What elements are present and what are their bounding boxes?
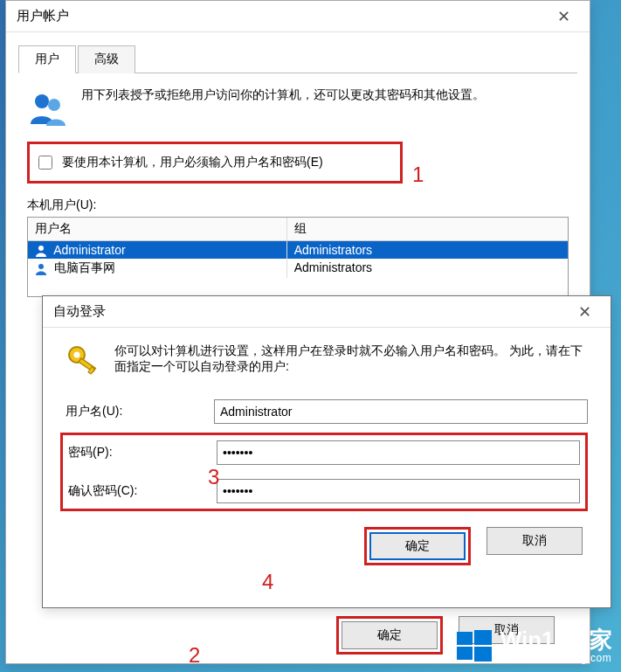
password-label: 密码(P):	[68, 445, 217, 461]
tab-advanced[interactable]: 高级	[78, 45, 135, 73]
close-icon[interactable]: ✕	[544, 3, 583, 30]
tab-panel-users: 用下列表授予或拒绝用户访问你的计算机，还可以更改其密码和其他设置。 要使用本计算…	[6, 73, 590, 311]
svg-rect-11	[474, 647, 492, 662]
tab-users[interactable]: 用户	[18, 45, 76, 73]
ok-button[interactable]: 确定	[342, 621, 438, 649]
key-icon	[66, 343, 102, 380]
confirm-password-input[interactable]	[217, 479, 580, 503]
svg-point-2	[38, 246, 44, 251]
auto-login-dialog: 自动登录 ✕ 你可以对计算机进行设置，这样用户在登录时就不必输入用户名和密码。 …	[42, 295, 611, 608]
close-icon[interactable]: ✕	[565, 299, 604, 325]
auto-button-row: 确定 取消	[66, 527, 588, 565]
user-list-label: 本机用户(U):	[27, 197, 569, 213]
cancel-button[interactable]: 取消	[486, 527, 583, 555]
svg-rect-8	[457, 632, 473, 645]
confirm-password-label: 确认密码(C):	[68, 483, 217, 499]
titlebar[interactable]: 自动登录 ✕	[43, 296, 611, 328]
auto-login-body: 你可以对计算机进行设置，这样用户在登录时就不必输入用户名和密码。 为此，请在下面…	[43, 328, 611, 581]
table-row[interactable]: Administrator Administrators	[28, 241, 568, 259]
ok-button[interactable]: 确定	[369, 532, 466, 560]
user-icon	[35, 263, 47, 275]
table-row[interactable]: 电脑百事网 Administrators	[28, 259, 568, 278]
svg-rect-10	[457, 647, 473, 660]
annotation-3: 3	[208, 465, 219, 489]
titlebar[interactable]: 用户帐户 ✕	[6, 1, 590, 32]
username-label: 用户名(U):	[66, 404, 214, 419]
dialog-title: 自动登录	[53, 303, 106, 320]
dialog-title: 用户帐户	[17, 8, 69, 24]
watermark-url: www.win10xitong.com	[500, 653, 612, 664]
col-header-name[interactable]: 用户名	[28, 218, 287, 240]
svg-rect-9	[474, 630, 492, 645]
annotation-1: 1	[412, 163, 424, 187]
user-list[interactable]: 用户名 组 Administrator Administrators 电脑百事网…	[27, 217, 569, 297]
watermark: Win10之家 www.win10xitong.com	[455, 627, 612, 665]
svg-point-0	[35, 94, 49, 108]
password-input[interactable]	[217, 440, 580, 465]
password-block: 密码(P): 确认密码(C):	[60, 433, 588, 511]
intro-text: 用下列表授予或拒绝用户访问你的计算机，还可以更改其密码和其他设置。	[81, 87, 485, 129]
cell-group: Administrators	[287, 241, 568, 259]
cell-name: 电脑百事网	[54, 260, 115, 274]
user-list-header[interactable]: 用户名 组	[28, 218, 568, 241]
auto-intro-text: 你可以对计算机进行设置，这样用户在登录时就不必输入用户名和密码。 为此，请在下面…	[114, 343, 588, 380]
require-login-checkbox[interactable]	[38, 156, 52, 170]
svg-point-1	[48, 99, 60, 111]
require-login-checkbox-row[interactable]: 要使用本计算机，用户必须输入用户名和密码(E)	[27, 142, 403, 184]
svg-point-3	[38, 264, 44, 269]
col-header-group[interactable]: 组	[287, 218, 568, 240]
checkbox-label: 要使用本计算机，用户必须输入用户名和密码(E)	[62, 155, 323, 170]
username-row: 用户名(U):	[66, 399, 588, 424]
annotation-2: 2	[189, 643, 200, 668]
windows-logo-icon	[455, 627, 493, 665]
username-input[interactable]	[214, 399, 588, 424]
watermark-brand: Win10之家	[500, 627, 612, 653]
cell-group: Administrators	[287, 259, 568, 278]
svg-point-5	[74, 352, 80, 358]
users-icon	[27, 87, 69, 129]
user-icon	[35, 245, 47, 257]
cell-name: Administrator	[53, 243, 125, 257]
annotation-4: 4	[262, 570, 273, 594]
tab-strip: 用户 高级	[18, 45, 577, 73]
